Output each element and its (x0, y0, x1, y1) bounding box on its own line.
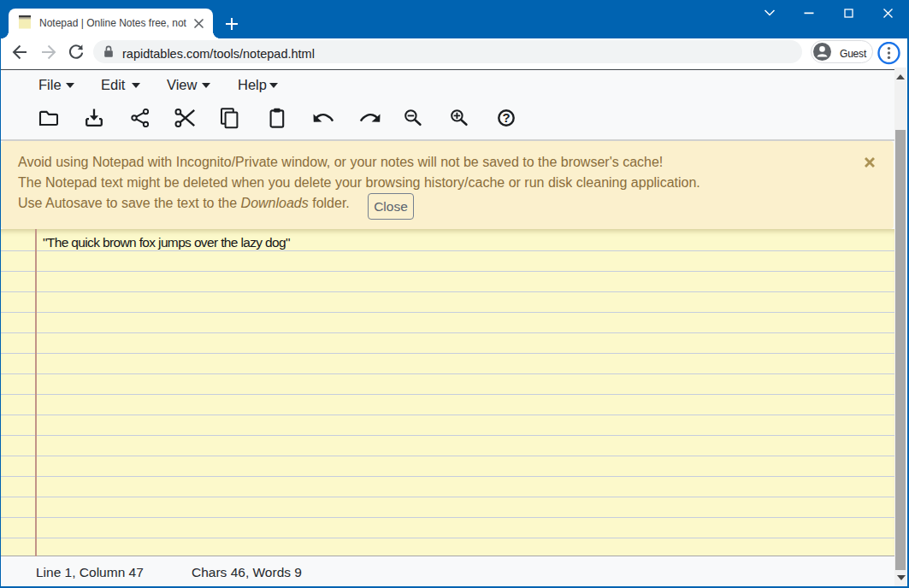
svg-text:?: ? (502, 110, 510, 125)
